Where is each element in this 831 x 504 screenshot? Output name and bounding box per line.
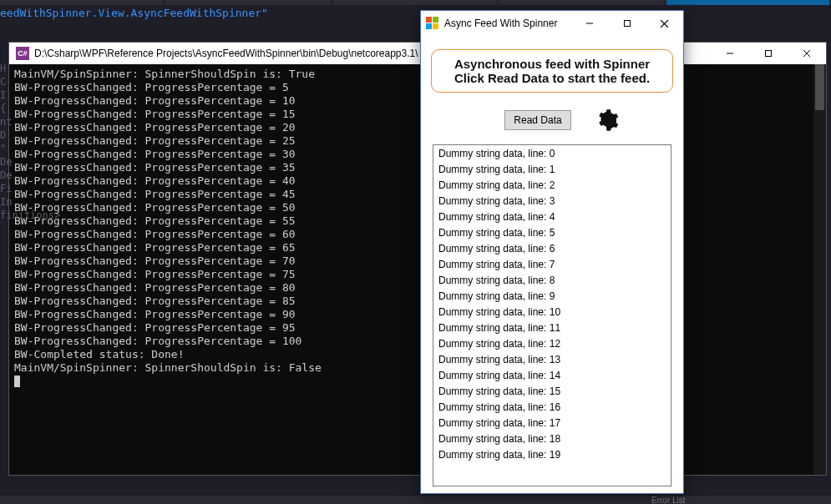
list-item[interactable]: Dummy string data, line: 0: [433, 145, 671, 161]
console-line: BW-ProgressChanged: ProgressPercentage =…: [14, 134, 821, 148]
list-item[interactable]: Dummy string data, line: 9: [433, 288, 671, 304]
console-minimize-button[interactable]: [711, 43, 749, 64]
app-window: Async Feed With Spinner Asynchronous fee…: [420, 10, 684, 494]
list-item[interactable]: Dummy string data, line: 19: [433, 446, 671, 462]
editor-tab-active[interactable]: [666, 0, 829, 5]
list-item[interactable]: Dummy string data, line: 12: [433, 335, 671, 351]
list-item[interactable]: Dummy string data, line: 17: [433, 415, 671, 431]
editor-tab[interactable]: [0, 0, 163, 5]
list-item[interactable]: Dummy string data, line: 11: [433, 320, 671, 335]
console-window: C# D:\Csharp\WPF\Reference Projects\Asyn…: [8, 42, 827, 476]
console-line: BW-ProgressChanged: ProgressPercentage =…: [14, 255, 821, 268]
console-line: BW-ProgressChanged: ProgressPercentage =…: [14, 161, 821, 174]
editor-gutter: HCI{ntD"DeDeFiInfinitions>: [0, 62, 12, 496]
console-maximize-button[interactable]: [749, 43, 788, 64]
status-bar: Error List: [0, 496, 831, 504]
read-data-button[interactable]: Read Data: [504, 110, 570, 130]
console-line: BW-ProgressChanged: ProgressPercentage =…: [14, 228, 821, 241]
list-item[interactable]: Dummy string data, line: 15: [433, 383, 671, 399]
svg-rect-1: [766, 51, 772, 57]
editor-tab[interactable]: [166, 0, 329, 5]
editor-tabs-strip: [0, 0, 831, 5]
list-item[interactable]: Dummy string data, line: 16: [433, 399, 671, 415]
csharp-icon: C#: [16, 47, 29, 60]
data-listbox[interactable]: Dummy string data, line: 0Dummy string d…: [433, 144, 671, 486]
heading-line-1: Asynchronous feed with Spinner: [440, 57, 664, 71]
list-item[interactable]: Dummy string data, line: 7: [433, 256, 671, 272]
console-line: MainVM/SpinSpinner: SpinnerShouldSpin is…: [14, 68, 821, 81]
console-line: BW-ProgressChanged: ProgressPercentage =…: [14, 188, 821, 201]
app-minimize-button[interactable]: [570, 11, 608, 36]
app-title-text: Async Feed With Spinner: [444, 18, 570, 29]
console-line: BW-ProgressChanged: ProgressPercentage =…: [14, 241, 821, 255]
app-icon: [426, 17, 439, 30]
error-list-label[interactable]: Error List: [651, 496, 686, 504]
app-body: Asynchronous feed with Spinner Click Rea…: [421, 36, 683, 493]
console-line: BW-ProgressChanged: ProgressPercentage =…: [14, 321, 821, 335]
console-line: BW-Completed status: Done!: [14, 348, 821, 361]
console-line: BW-ProgressChanged: ProgressPercentage =…: [14, 281, 821, 295]
heading-line-2: Click Read Data to start the feed.: [440, 71, 664, 85]
gear-spinner-icon: [595, 108, 620, 133]
console-line: BW-ProgressChanged: ProgressPercentage =…: [14, 214, 821, 228]
console-line: MainVM/SpinSpinner: SpinnerShouldSpin is…: [14, 361, 821, 375]
console-line: BW-ProgressChanged: ProgressPercentage =…: [14, 121, 821, 134]
app-close-button[interactable]: [646, 11, 683, 36]
console-scrollbar-thumb[interactable]: [815, 64, 824, 110]
xaml-code-fragment: eedWithSpinner.View.AsyncFeedWithSpinner…: [0, 5, 831, 23]
console-scrollbar[interactable]: [813, 64, 826, 475]
console-close-button[interactable]: [788, 43, 826, 64]
editor-tab[interactable]: [333, 0, 496, 5]
list-item[interactable]: Dummy string data, line: 13: [433, 351, 671, 367]
editor-tab[interactable]: [499, 0, 662, 5]
list-item[interactable]: Dummy string data, line: 6: [433, 240, 671, 256]
console-line: BW-ProgressChanged: ProgressPercentage =…: [14, 335, 821, 348]
app-maximize-button[interactable]: [608, 11, 646, 36]
console-line: BW-ProgressChanged: ProgressPercentage =…: [14, 174, 821, 188]
list-item[interactable]: Dummy string data, line: 10: [433, 304, 671, 320]
list-item[interactable]: Dummy string data, line: 3: [433, 193, 671, 209]
console-line: BW-ProgressChanged: ProgressPercentage =…: [14, 108, 821, 121]
console-line: BW-ProgressChanged: ProgressPercentage =…: [14, 295, 821, 308]
svg-rect-5: [624, 21, 630, 27]
list-item[interactable]: Dummy string data, line: 4: [433, 209, 671, 224]
console-line: BW-ProgressChanged: ProgressPercentage =…: [14, 94, 821, 108]
list-item[interactable]: Dummy string data, line: 1: [433, 161, 671, 177]
list-item[interactable]: Dummy string data, line: 2: [433, 177, 671, 193]
console-line: BW-ProgressChanged: ProgressPercentage =…: [14, 148, 821, 161]
console-output: MainVM/SpinSpinner: SpinnerShouldSpin is…: [9, 64, 826, 475]
heading-box: Asynchronous feed with Spinner Click Rea…: [431, 49, 673, 93]
console-titlebar[interactable]: C# D:\Csharp\WPF\Reference Projects\Asyn…: [9, 43, 826, 64]
app-titlebar[interactable]: Async Feed With Spinner: [421, 11, 683, 36]
list-item[interactable]: Dummy string data, line: 5: [433, 224, 671, 240]
controls-row: Read Data: [431, 108, 673, 133]
console-line: BW-ProgressChanged: ProgressPercentage =…: [14, 81, 821, 94]
list-item[interactable]: Dummy string data, line: 8: [433, 272, 671, 288]
list-item[interactable]: Dummy string data, line: 14: [433, 367, 671, 383]
list-item[interactable]: Dummy string data, line: 18: [433, 431, 671, 446]
console-line: BW-ProgressChanged: ProgressPercentage =…: [14, 201, 821, 214]
console-line: BW-ProgressChanged: ProgressPercentage =…: [14, 308, 821, 321]
console-line: BW-ProgressChanged: ProgressPercentage =…: [14, 268, 821, 281]
